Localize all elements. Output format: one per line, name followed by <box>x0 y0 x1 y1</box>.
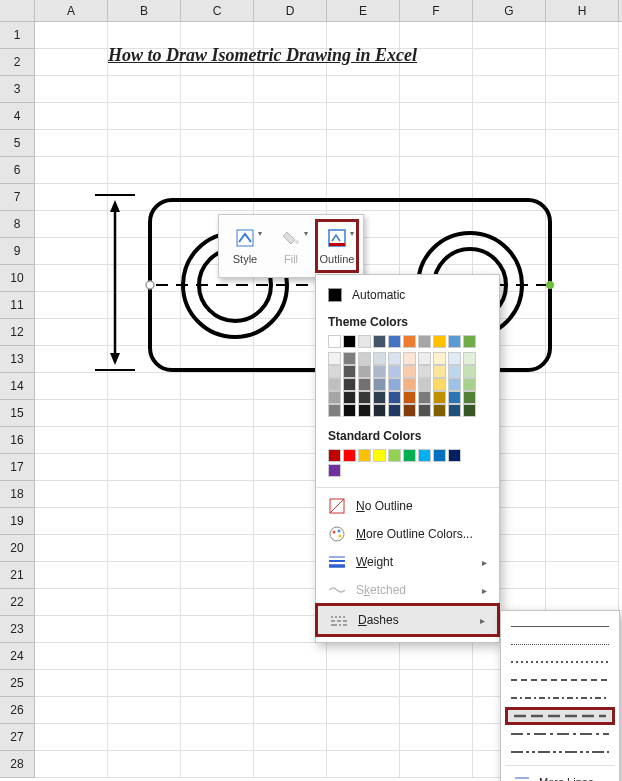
color-swatch[interactable] <box>328 378 341 391</box>
cell[interactable] <box>254 184 327 211</box>
cell[interactable] <box>546 346 619 373</box>
color-swatch[interactable] <box>373 404 386 417</box>
color-swatch[interactable] <box>358 391 371 404</box>
col-header[interactable]: B <box>108 0 181 21</box>
color-swatch[interactable] <box>403 378 416 391</box>
color-swatch[interactable] <box>328 365 341 378</box>
dash-style-round-dot[interactable] <box>505 635 615 653</box>
color-swatch[interactable] <box>403 365 416 378</box>
color-swatch[interactable] <box>343 378 356 391</box>
dash-style-square-dot[interactable] <box>505 653 615 671</box>
row-header[interactable]: 14 <box>0 373 35 400</box>
cell[interactable] <box>181 76 254 103</box>
col-header[interactable]: H <box>546 0 619 21</box>
cell[interactable] <box>108 103 181 130</box>
cell[interactable] <box>108 535 181 562</box>
cell[interactable] <box>181 589 254 616</box>
color-swatch[interactable] <box>403 335 416 348</box>
cell[interactable] <box>35 76 108 103</box>
cell[interactable] <box>108 562 181 589</box>
cell[interactable] <box>35 481 108 508</box>
color-swatch[interactable] <box>358 378 371 391</box>
row-header[interactable]: 23 <box>0 616 35 643</box>
color-swatch[interactable] <box>388 391 401 404</box>
select-all-corner[interactable] <box>0 0 35 21</box>
cell[interactable] <box>473 211 546 238</box>
row-header[interactable]: 6 <box>0 157 35 184</box>
cell[interactable] <box>546 481 619 508</box>
color-swatch[interactable] <box>358 404 371 417</box>
cell[interactable] <box>35 697 108 724</box>
more-lines-option[interactable]: More Lines... <box>505 770 615 781</box>
color-swatch[interactable] <box>328 464 341 477</box>
cell[interactable] <box>546 508 619 535</box>
cell[interactable] <box>181 346 254 373</box>
color-swatch[interactable] <box>448 378 461 391</box>
cell[interactable] <box>108 697 181 724</box>
color-swatch[interactable] <box>328 335 341 348</box>
dash-style-long-dash-dot-dot[interactable] <box>505 743 615 761</box>
color-swatch[interactable] <box>418 365 431 378</box>
cell[interactable] <box>108 238 181 265</box>
cell[interactable] <box>35 157 108 184</box>
color-swatch[interactable] <box>433 365 446 378</box>
color-swatch[interactable] <box>463 365 476 378</box>
color-swatch[interactable] <box>373 352 386 365</box>
cell[interactable] <box>181 292 254 319</box>
color-swatch[interactable] <box>463 378 476 391</box>
col-header[interactable]: D <box>254 0 327 21</box>
cell[interactable] <box>35 400 108 427</box>
color-swatch[interactable] <box>448 352 461 365</box>
cell[interactable] <box>254 670 327 697</box>
cell[interactable] <box>35 211 108 238</box>
cell[interactable] <box>108 427 181 454</box>
cell[interactable] <box>35 535 108 562</box>
cell[interactable] <box>108 643 181 670</box>
cell[interactable] <box>254 643 327 670</box>
cell[interactable] <box>546 184 619 211</box>
cell[interactable] <box>108 724 181 751</box>
cell[interactable] <box>327 130 400 157</box>
color-swatch[interactable] <box>433 335 446 348</box>
cell[interactable] <box>254 130 327 157</box>
row-header[interactable]: 11 <box>0 292 35 319</box>
color-swatch[interactable] <box>433 449 446 462</box>
cell[interactable] <box>181 427 254 454</box>
row-header[interactable]: 28 <box>0 751 35 778</box>
dash-style-long-dash-dot[interactable] <box>505 725 615 743</box>
cell[interactable] <box>546 130 619 157</box>
cell[interactable] <box>35 265 108 292</box>
cell[interactable] <box>546 373 619 400</box>
cell[interactable] <box>546 535 619 562</box>
color-swatch[interactable] <box>328 391 341 404</box>
cell[interactable] <box>473 184 546 211</box>
row-header[interactable]: 20 <box>0 535 35 562</box>
row-header[interactable]: 25 <box>0 670 35 697</box>
cell[interactable] <box>181 508 254 535</box>
cell[interactable] <box>181 697 254 724</box>
cell[interactable] <box>546 427 619 454</box>
color-swatch[interactable] <box>343 365 356 378</box>
color-swatch[interactable] <box>463 352 476 365</box>
color-swatch[interactable] <box>418 391 431 404</box>
cell[interactable] <box>400 724 473 751</box>
cell[interactable] <box>35 670 108 697</box>
cell[interactable] <box>181 373 254 400</box>
row-header[interactable]: 12 <box>0 319 35 346</box>
cell[interactable] <box>108 130 181 157</box>
color-swatch[interactable] <box>358 335 371 348</box>
row-header[interactable]: 7 <box>0 184 35 211</box>
dash-style-dash-dot[interactable] <box>505 689 615 707</box>
dash-style-dash[interactable] <box>505 671 615 689</box>
color-swatch[interactable] <box>448 404 461 417</box>
color-swatch[interactable] <box>463 404 476 417</box>
color-swatch[interactable] <box>433 391 446 404</box>
row-header[interactable]: 21 <box>0 562 35 589</box>
color-swatch[interactable] <box>448 365 461 378</box>
automatic-option[interactable]: Automatic <box>316 281 499 309</box>
cell[interactable] <box>181 562 254 589</box>
cell[interactable] <box>181 130 254 157</box>
cell[interactable] <box>473 22 546 49</box>
cell[interactable] <box>181 643 254 670</box>
row-header[interactable]: 24 <box>0 643 35 670</box>
